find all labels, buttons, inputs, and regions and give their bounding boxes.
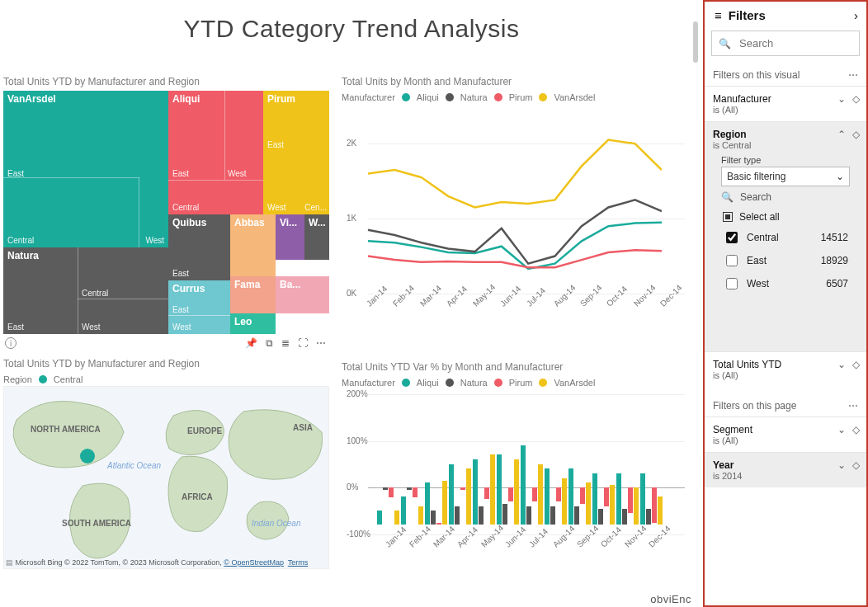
swatch-natura: [446, 93, 454, 101]
bar: [466, 468, 471, 525]
map-visual[interactable]: NORTH AMERICA EUROPE ASIA AFRICA SOUTH A…: [3, 386, 329, 569]
bar: [484, 487, 489, 499]
select-all-row[interactable]: Select all: [713, 208, 858, 226]
more-icon[interactable]: ⋯: [316, 337, 326, 349]
collapse-icon[interactable]: ›: [854, 8, 858, 22]
openstreetmap-link[interactable]: © OpenStreetMap: [224, 558, 284, 567]
filter-card-manufacturer[interactable]: Manufacturer is (All) ⌄◇: [705, 86, 866, 121]
focus-icon[interactable]: ⛶: [298, 337, 308, 349]
bar: [658, 496, 663, 525]
bar: [521, 445, 526, 525]
report-scrollbar[interactable]: [693, 21, 698, 63]
region-search[interactable]: 🔍 Search: [713, 186, 858, 208]
chevron-down-icon[interactable]: ⌄: [837, 359, 846, 370]
swatch-central: [39, 375, 47, 383]
bar: [616, 473, 621, 525]
chevron-down-icon[interactable]: ⌄: [837, 93, 846, 105]
bar: [389, 487, 394, 496]
treemap-cell-aliqui[interactable]: AliquiEastCentralWest: [168, 91, 263, 214]
bar: [425, 482, 430, 525]
chevron-up-icon[interactable]: ⌃: [837, 129, 846, 140]
region-option-central[interactable]: Central14512: [713, 226, 858, 249]
bar: [562, 478, 567, 525]
bar: [514, 459, 519, 525]
barchart-legend: Manufacturer Aliqui Natura Pirum VanArsd…: [342, 376, 688, 389]
bar: [592, 473, 597, 525]
bar: [550, 506, 555, 525]
treemap-cell-fama[interactable]: Fama: [230, 276, 276, 313]
filter-icon[interactable]: ≣: [281, 337, 290, 349]
filters-search[interactable]: 🔍: [711, 31, 860, 56]
treemap-cell-natura[interactable]: NaturaCentralEastWest: [3, 247, 168, 334]
bar: [479, 506, 484, 525]
bar: [473, 459, 478, 525]
swatch-aliqui: [402, 93, 410, 101]
eraser-icon[interactable]: ◇: [852, 359, 860, 370]
select-all-indicator: [723, 212, 733, 222]
treemap-cell-abbas[interactable]: Abbas: [230, 214, 276, 276]
eraser-icon[interactable]: ◇: [852, 424, 860, 435]
bar: [449, 464, 454, 525]
checkbox[interactable]: [726, 232, 738, 243]
treemap-cell-currus[interactable]: CurrusEastWest: [168, 280, 230, 334]
bar: [490, 454, 495, 525]
filter-type-select[interactable]: Basic filtering ⌄: [721, 167, 850, 186]
filter-card-year[interactable]: Year is 2014 ⌄◇: [705, 452, 866, 487]
copy-icon[interactable]: ⧉: [266, 337, 273, 349]
bar: [413, 487, 417, 496]
bar: [652, 487, 657, 523]
linechart-title: Total Units by Month and Manufacturer: [342, 76, 688, 91]
treemap-visual[interactable]: VanArsdelEastCentralWestAliquiEastCentra…: [3, 91, 329, 334]
region-option-east[interactable]: East18929: [713, 249, 858, 272]
eraser-icon[interactable]: ◇: [852, 129, 860, 140]
search-input[interactable]: [738, 36, 852, 50]
info-icon[interactable]: i: [5, 337, 17, 349]
label-europe: EUROPE: [187, 426, 222, 435]
bar: [508, 487, 513, 501]
bar: [538, 464, 543, 525]
section-more-icon[interactable]: ⋯: [848, 69, 858, 81]
bar: [640, 473, 645, 525]
filter-card-totalunits[interactable]: Total Units YTD is (All) ⌄◇: [705, 351, 866, 387]
linechart-visual[interactable]: 0K1K2KJan-14Feb-14Mar-14Apr-14May-14Jun-…: [342, 129, 688, 339]
bar: [377, 511, 382, 525]
treemap-cell-w...[interactable]: W...: [304, 214, 329, 260]
treemap-cell-quibus[interactable]: QuibusEast: [168, 214, 230, 280]
section-more-icon[interactable]: ⋯: [848, 400, 858, 412]
treemap-cell-pirum[interactable]: PirumEastWestCen...: [263, 91, 329, 214]
map-legend: Region Central: [3, 373, 329, 386]
chevron-down-icon[interactable]: ⌄: [837, 424, 846, 435]
page-title: YTD Category Trend Analysis: [0, 0, 703, 49]
bar: [586, 482, 591, 525]
bar: [401, 496, 406, 525]
treemap-cell-ba...[interactable]: Ba...: [276, 276, 329, 313]
filter-card-region[interactable]: Region is Central ⌃◇ Filter type Basic f…: [705, 121, 866, 351]
bar: [574, 506, 579, 525]
map-credits: ▤ Microsoft Bing © 2022 TomTom, © 2023 M…: [6, 558, 327, 567]
treemap-cell-vanarsdel[interactable]: VanArsdelEastCentralWest: [3, 91, 168, 247]
checkbox[interactable]: [726, 255, 738, 266]
treemap-cell-leo[interactable]: Leo: [230, 313, 276, 334]
treemap-cell-vi...[interactable]: Vi...: [276, 214, 304, 260]
bar: [568, 468, 573, 525]
bar: [604, 487, 609, 506]
barchart-visual[interactable]: -100%0%100%200%Jan-14Feb-14Mar-14Apr-14M…: [342, 394, 688, 572]
eraser-icon[interactable]: ◇: [852, 459, 860, 471]
map-title: Total Units YTD by Manufacturer and Regi…: [3, 358, 329, 373]
terms-link[interactable]: Terms: [288, 558, 309, 567]
bar: [610, 485, 615, 525]
bar: [460, 487, 465, 490]
bar: [383, 487, 388, 490]
eraser-icon[interactable]: ◇: [852, 93, 860, 105]
filter-card-segment[interactable]: Segment is (All) ⌄◇: [705, 416, 866, 452]
bar: [497, 454, 502, 525]
bar: [455, 506, 460, 525]
bar: [502, 504, 507, 525]
checkbox[interactable]: [726, 278, 738, 289]
chevron-down-icon[interactable]: ⌄: [837, 459, 846, 471]
label-asia: ASIA: [293, 423, 313, 432]
bar: [394, 511, 399, 525]
swatch-pirum: [494, 379, 502, 387]
region-option-west[interactable]: West6507: [713, 272, 858, 295]
pin-icon[interactable]: 📌: [245, 337, 257, 349]
